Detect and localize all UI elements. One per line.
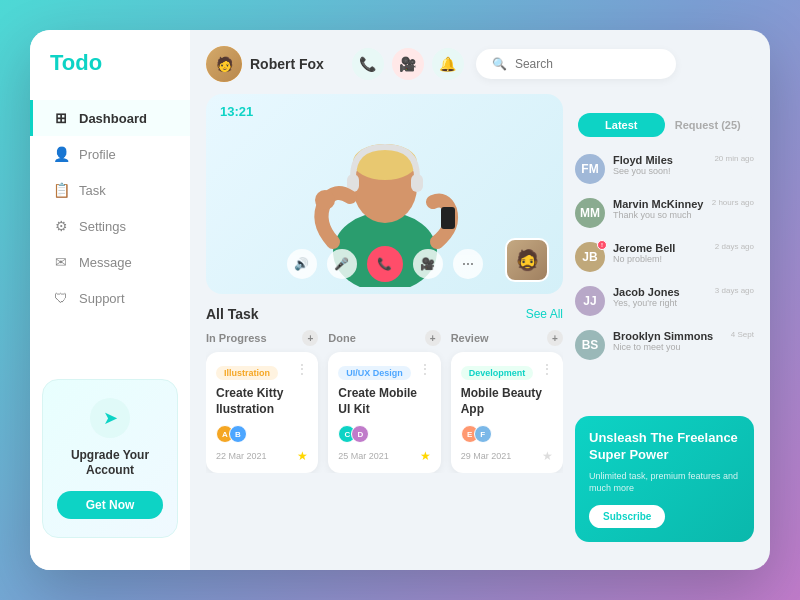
search-bar[interactable]: 🔍 <box>476 49 676 79</box>
task-footer-2: 29 Mar 2021 ★ <box>461 449 553 463</box>
volume-button[interactable]: 🔊 <box>287 249 317 279</box>
task-tag-0: Illustration <box>216 366 278 380</box>
task-star-1[interactable]: ★ <box>420 449 431 463</box>
avatar-image: 🧑 <box>206 46 242 82</box>
end-call-button[interactable]: 📞 <box>367 246 403 282</box>
col-header-review: Review + <box>451 330 563 346</box>
video-button[interactable]: 🎥 <box>392 48 424 80</box>
main-content: 13:21 <box>206 94 575 558</box>
add-review-button[interactable]: + <box>547 330 563 346</box>
task-tag-1: UI/UX Design <box>338 366 411 380</box>
chat-avatar-2: JB ! <box>575 242 605 272</box>
task-avatars-0: A B <box>216 425 308 443</box>
task-footer-1: 25 Mar 2021 ★ <box>338 449 430 463</box>
task-assignee-1b: D <box>351 425 369 443</box>
get-now-button[interactable]: Get Now <box>57 491 163 519</box>
nav-label-profile: Profile <box>79 147 116 162</box>
svg-rect-4 <box>411 174 423 192</box>
column-in-progress: In Progress + ⋮ Illustration Create Kitt… <box>206 330 318 473</box>
video-controls: 🔊 🎤 📞 🎥 ⋯ <box>287 246 483 282</box>
logo-accent: T <box>50 50 62 75</box>
add-done-button[interactable]: + <box>425 330 441 346</box>
search-input[interactable] <box>515 57 660 71</box>
task-star-0[interactable]: ★ <box>297 449 308 463</box>
nav-item-profile[interactable]: 👤 Profile <box>30 136 190 172</box>
chat-item-2[interactable]: JB ! Jerome Bell No problem! 2 days ago <box>575 238 754 276</box>
nav-item-task[interactable]: 📋 Task <box>30 172 190 208</box>
phone-button[interactable]: 📞 <box>352 48 384 80</box>
tab-request[interactable]: Request (25) <box>665 113 752 137</box>
chat-msg-2: No problem! <box>613 254 707 264</box>
chat-time-2: 2 days ago <box>715 242 754 251</box>
task-name-0: Create Kitty Ilustration <box>216 386 308 417</box>
task-avatars-2: E F <box>461 425 553 443</box>
settings-icon: ⚙ <box>53 218 69 234</box>
search-icon: 🔍 <box>492 57 507 71</box>
nav-label-task: Task <box>79 183 106 198</box>
chat-name-2: Jerome Bell <box>613 242 707 254</box>
mic-button[interactable]: 🎤 <box>327 249 357 279</box>
chat-name-3: Jacob Jones <box>613 286 707 298</box>
promo-card: Unsleash The Freelance Super Power Unlim… <box>575 416 754 542</box>
column-review: Review + ⋮ Development Mobile Beauty App… <box>451 330 563 473</box>
tab-latest[interactable]: Latest <box>578 113 665 137</box>
col-label-in-progress: In Progress <box>206 332 267 344</box>
task-name-2: Mobile Beauty App <box>461 386 553 417</box>
chat-info-4: Brooklyn Simmons Nice to meet you <box>613 330 723 352</box>
nav-item-settings[interactable]: ⚙ Settings <box>30 208 190 244</box>
task-star-2[interactable]: ★ <box>542 449 553 463</box>
task-menu-1[interactable]: ⋮ <box>419 362 431 376</box>
app-logo: Todo <box>30 50 190 100</box>
bell-button[interactable]: 🔔 <box>432 48 464 80</box>
task-menu-0[interactable]: ⋮ <box>296 362 308 376</box>
task-assignee-0b: B <box>229 425 247 443</box>
task-footer-0: 22 Mar 2021 ★ <box>216 449 308 463</box>
video-section: 13:21 <box>206 94 563 294</box>
see-all-button[interactable]: See All <box>526 307 563 321</box>
upgrade-card: ➤ Upgrade Your Account Get Now <box>42 379 178 538</box>
task-icon: 📋 <box>53 182 69 198</box>
chat-item-0[interactable]: FM Floyd Miles See you soon! 20 min ago <box>575 150 754 188</box>
more-button[interactable]: ⋯ <box>453 249 483 279</box>
col-header-done: Done + <box>328 330 440 346</box>
camera-ctrl-button[interactable]: 🎥 <box>413 249 443 279</box>
app-container: Todo ⊞ Dashboard 👤 Profile 📋 Task ⚙ Sett… <box>30 30 770 570</box>
col-label-review: Review <box>451 332 489 344</box>
nav-label-settings: Settings <box>79 219 126 234</box>
top-bar: 🧑 Robert Fox 📞 🎥 🔔 🔍 <box>190 30 770 82</box>
message-icon: ✉ <box>53 254 69 270</box>
nav-label-support: Support <box>79 291 125 306</box>
chat-item-4[interactable]: BS Brooklyn Simmons Nice to meet you 4 S… <box>575 326 754 364</box>
nav-item-support[interactable]: 🛡 Support <box>30 280 190 316</box>
chat-name-1: Marvin McKinney <box>613 198 704 210</box>
col-header-in-progress: In Progress + <box>206 330 318 346</box>
nav-item-dashboard[interactable]: ⊞ Dashboard <box>30 100 190 136</box>
chat-item-1[interactable]: MM Marvin McKinney Thank you so much 2 h… <box>575 194 754 232</box>
nav-item-message[interactable]: ✉ Message <box>30 244 190 280</box>
chat-item-3[interactable]: JJ Jacob Jones Yes, you're right 3 days … <box>575 282 754 320</box>
task-tag-2: Development <box>461 366 534 380</box>
chat-info-3: Jacob Jones Yes, you're right <box>613 286 707 308</box>
svg-point-5 <box>315 190 335 210</box>
profile-icon: 👤 <box>53 146 69 162</box>
chat-time-3: 3 days ago <box>715 286 754 295</box>
chat-badge-2: ! <box>597 240 607 250</box>
chat-list: FM Floyd Miles See you soon! 20 min ago … <box>575 150 754 406</box>
svg-rect-6 <box>441 207 455 229</box>
add-in-progress-button[interactable]: + <box>302 330 318 346</box>
task-menu-2[interactable]: ⋮ <box>541 362 553 376</box>
chat-avatar-3: JJ <box>575 286 605 316</box>
promo-desc: Unlimited task, premium features and muc… <box>589 470 740 495</box>
user-info: 🧑 Robert Fox <box>206 46 324 82</box>
task-date-0: 22 Mar 2021 <box>216 451 267 461</box>
chat-msg-0: See you soon! <box>613 166 706 176</box>
dashboard-icon: ⊞ <box>53 110 69 126</box>
tasks-header: All Task See All <box>206 306 563 322</box>
nav-label-dashboard: Dashboard <box>79 111 147 126</box>
mini-avatar: 🧔 <box>505 238 549 282</box>
subscribe-button[interactable]: Subscribe <box>589 505 665 528</box>
chat-msg-4: Nice to meet you <box>613 342 723 352</box>
upgrade-icon: ➤ <box>90 398 130 438</box>
chat-name-0: Floyd Miles <box>613 154 706 166</box>
chat-time-0: 20 min ago <box>714 154 754 163</box>
